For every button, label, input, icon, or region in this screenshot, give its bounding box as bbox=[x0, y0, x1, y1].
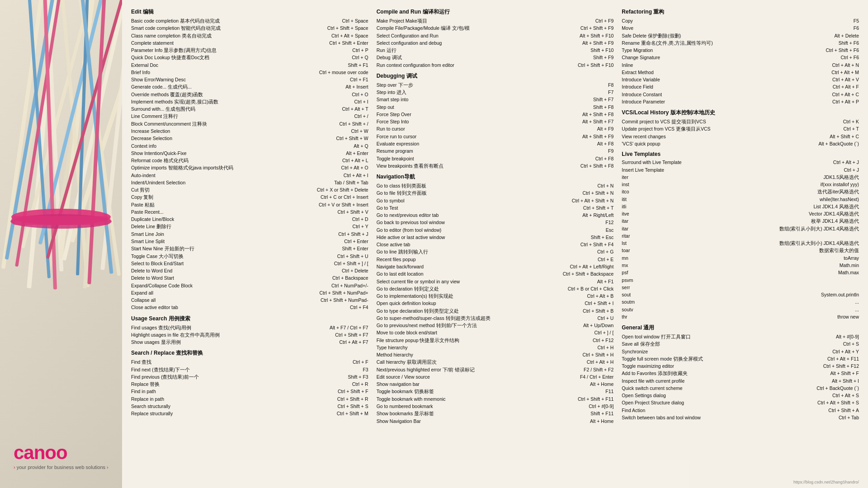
shortcut-key: Ctrl + Shift + V bbox=[337, 208, 368, 216]
shortcut-key: Alt + Delete bbox=[834, 32, 859, 39]
shortcut-row: Select Configuration and RunAlt + Shift … bbox=[377, 32, 614, 39]
shortcut-label: Step out bbox=[377, 103, 593, 111]
shortcut-row: Smart Line JoinCtrl + Shift + J bbox=[131, 230, 368, 238]
shortcut-key: Alt + #[0-9] bbox=[836, 333, 859, 340]
shortcut-row: Find previous (查找结果)前一个Shift + F3 bbox=[131, 373, 368, 380]
shortcut-label: Rename 重命名(文件,类,方法,属性等均可) bbox=[622, 39, 838, 47]
shortcut-row: CopyF5 bbox=[622, 17, 859, 24]
shortcut-row: Switch between tabs and tool windowCtrl … bbox=[622, 414, 859, 421]
shortcut-label: Run 运行 bbox=[377, 47, 591, 54]
shortcut-row: Collapse allCtrl + Shift + NumPad- bbox=[131, 296, 368, 304]
shortcut-label: Go to Test bbox=[377, 204, 583, 211]
shortcut-label: Introduce Constant bbox=[622, 91, 832, 98]
shortcut-key: Shift + F10 bbox=[590, 47, 613, 54]
shortcut-label: soutm bbox=[622, 298, 855, 305]
shortcut-label: Move to code block end/start bbox=[377, 329, 594, 336]
shortcut-key: Ctrl + Shift + S bbox=[337, 403, 368, 410]
shortcut-key: Ctrl + Backspace bbox=[332, 274, 368, 282]
shortcut-key: Ctrl + Q bbox=[352, 54, 368, 61]
shortcut-key: Ctrl + V or Shift + Insert bbox=[319, 201, 368, 208]
shortcut-label: Select Configuration and Run bbox=[377, 32, 580, 39]
shortcut-row: mntoArray bbox=[622, 254, 859, 262]
shortcut-key: Ctrl + Alt + T bbox=[342, 105, 368, 113]
shortcut-key: Ctrl + Alt + F11 bbox=[827, 355, 859, 362]
shortcut-row: View breakpoints 查看所有断点Ctrl + Shift + F8 bbox=[377, 162, 614, 169]
shortcut-key: Alt + Shift + F7 bbox=[582, 118, 613, 125]
shortcut-key: Alt + Home bbox=[590, 418, 613, 425]
shortcut-key: Shift + Enter bbox=[342, 245, 368, 252]
shortcut-row: Increase SelectionCtrl + W bbox=[131, 127, 368, 135]
shortcut-key: Ctrl + Alt + V bbox=[832, 76, 859, 83]
shortcut-row: Block Comment/uncomment 注释块Ctrl + Shift … bbox=[131, 120, 368, 127]
shortcut-key: Shift + F1 bbox=[348, 61, 368, 69]
shortcut-row: Recent files popupCtrl + E bbox=[377, 256, 614, 263]
shortcut-label: Find in path bbox=[131, 388, 338, 395]
shortcut-row: Smart Line SplitCtrl + Enter bbox=[131, 238, 368, 245]
shortcut-key: Ctrl + Alt + P bbox=[832, 98, 859, 105]
shortcut-key: Alt + F7 / Ctrl + F7 bbox=[330, 324, 368, 331]
shortcut-key: Ctrl + X or Shift + Delete bbox=[317, 186, 368, 193]
shortcut-row: Next/previous highlighted error 下/前 错误标记… bbox=[377, 366, 614, 373]
shortcut-label: Select configuration and debug bbox=[377, 39, 582, 47]
shortcut-row: Delete Line 删除行Ctrl + Y bbox=[131, 223, 368, 230]
shortcut-row: Run to cursorAlt + F9 bbox=[377, 125, 614, 132]
shortcut-label: Highlight usages in file 在文件中高亮用例 bbox=[131, 331, 335, 338]
shortcut-key: Ctrl + E bbox=[598, 256, 613, 263]
shortcut-row: Commit project to VCS 提交项目到VCSCtrl + K bbox=[622, 118, 859, 125]
shortcut-key: Math.max bbox=[838, 269, 859, 276]
shortcut-key: Ctrl + U bbox=[597, 314, 613, 322]
shortcut-row: Force run to cursorAlt + Shift + F9 bbox=[377, 133, 614, 140]
shortcut-row: Inspect file with current profileAlt + S… bbox=[622, 377, 859, 385]
shortcut-label: Smart Line Join bbox=[131, 230, 338, 238]
shortcut-row: Extract MethodCtrl + Alt + M bbox=[622, 69, 859, 76]
shortcut-label: Change Signature bbox=[622, 54, 840, 61]
shortcut-label: Select current file or symbol in any vie… bbox=[377, 278, 597, 285]
shortcut-row: Go to previous/next method 转到前/下一个方法Alt … bbox=[377, 322, 614, 329]
shortcut-label: Step over 下一步 bbox=[377, 81, 608, 89]
shortcut-label: Brief Info bbox=[131, 69, 319, 76]
shortcut-key: Ctrl + Shift + Enter bbox=[329, 39, 368, 47]
shortcut-row: Parameter Info 显示参数(调用方式)信息Ctrl + P bbox=[131, 47, 368, 54]
shortcut-key: F11 bbox=[605, 388, 613, 395]
shortcut-label: Edit source / View source bbox=[377, 373, 580, 380]
shortcut-row: Go to last edit locationCtrl + Shift + B… bbox=[377, 270, 614, 277]
shortcut-row: Safe Delete 保护删除(假删)Alt + Delete bbox=[622, 32, 859, 39]
shortcut-key: Alt + Shift + F10 bbox=[580, 32, 613, 39]
shortcut-row: Save all 保存全部Ctrl + S bbox=[622, 340, 859, 347]
section-title: VCS/Local History 版本控制/本地历史 bbox=[622, 109, 859, 117]
shortcut-row: Delete to Word StartCtrl + Backspace bbox=[131, 274, 368, 282]
shortcut-row: Show Navigation BarAlt + Home bbox=[377, 418, 614, 425]
shortcut-row: Brief InfoCtrl + mouse over code bbox=[131, 69, 368, 76]
svg-rect-24 bbox=[11, 216, 111, 225]
shortcut-row: iterJDK1.5风格选代 bbox=[622, 174, 859, 181]
shortcut-key: Ctrl + Alt + Shift + S bbox=[817, 399, 859, 406]
shortcut-row: itar数组(索引从小到大) JDK1.4风格选代 bbox=[622, 225, 859, 232]
shortcut-row: Toggle maximizing editorCtrl + Shift + F… bbox=[622, 362, 859, 370]
shortcut-row: Close active editor tabCtrl + F4 bbox=[131, 304, 368, 311]
shortcut-row: Call hierarchy 获取调用层次Ctrl + Alt + H bbox=[377, 358, 614, 366]
shortcut-label: Find next (查找结果)下一个 bbox=[131, 366, 363, 373]
shortcut-label: View breakpoints 查看所有断点 bbox=[377, 162, 580, 169]
shortcut-key: Ctrl + Shift + / bbox=[339, 120, 368, 127]
shortcut-row: Change SignatureCtrl + F6 bbox=[622, 54, 859, 61]
shortcut-label: Smart step into bbox=[377, 96, 593, 103]
shortcut-label: Copy bbox=[622, 17, 853, 24]
shortcut-label: mx bbox=[622, 262, 839, 269]
shortcut-label: Toggle bookmark 切换标签 bbox=[377, 388, 606, 395]
shortcut-label: Show Intention/Quick-Fixe bbox=[131, 150, 346, 157]
shortcut-key: Ctrl + Alt + M bbox=[831, 69, 859, 76]
shortcut-row: Toggle breakpointCtrl + F8 bbox=[377, 155, 614, 162]
logo-tagline-text: your provider for business web solutions bbox=[17, 465, 105, 470]
shortcut-key: Ctrl + F4 bbox=[350, 304, 368, 311]
shortcut-row: Replace structurallyCtrl + Shift + M bbox=[131, 410, 368, 417]
shortcut-row: soutm... bbox=[622, 298, 859, 305]
shortcut-label: itco bbox=[622, 188, 817, 195]
content-area: Edit 编辑Basic code completion 基本代码自动完成Ctr… bbox=[122, 0, 868, 488]
shortcut-row: Select current file or symbol in any vie… bbox=[377, 278, 614, 285]
shortcut-row: 'VCS' quick popupAlt + BackQuote (`) bbox=[622, 140, 859, 147]
shortcut-label: Show bookmarks 显示标签 bbox=[377, 410, 591, 417]
shortcut-key: Ctrl + G bbox=[597, 248, 613, 255]
shortcut-label: Introduce Variable bbox=[622, 76, 832, 83]
shortcut-key: Ctrl + W bbox=[351, 127, 368, 135]
shortcut-label: Close active tab bbox=[377, 241, 580, 248]
